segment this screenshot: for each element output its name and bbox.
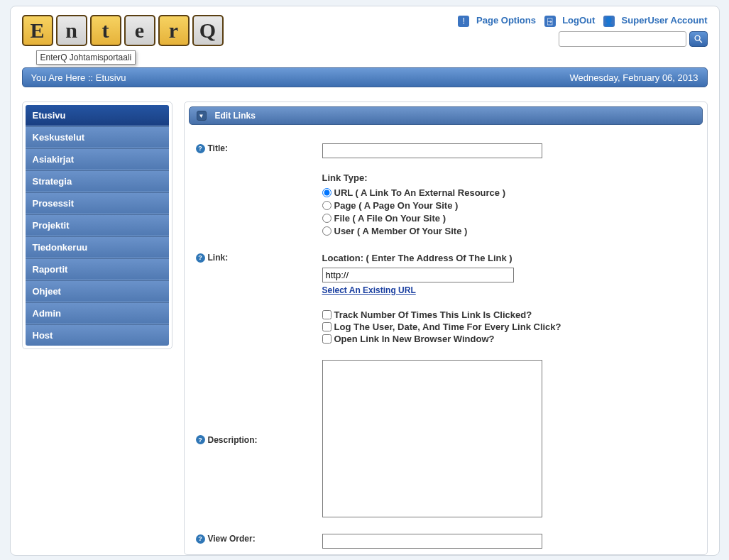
header-row: E n t e r Q EnterQ Johtamisportaali ! Pa…	[22, 15, 708, 65]
linktype-option: URL ( A Link To An External Resource )	[322, 187, 696, 198]
description-textarea[interactable]	[322, 360, 542, 517]
user-icon: 👤	[603, 16, 615, 27]
collapse-toggle[interactable]: ▼	[197, 111, 207, 121]
page-options-icon: !	[458, 16, 469, 27]
help-icon[interactable]: ?	[196, 534, 205, 544]
page-options-link[interactable]: Page Options	[476, 15, 536, 26]
search-icon	[694, 34, 703, 44]
logo[interactable]: E n t e r Q	[22, 15, 224, 46]
logout-link[interactable]: LogOut	[562, 15, 595, 26]
row-link: ? Link: Location: ( Enter The Address Of…	[196, 253, 696, 346]
breadcrumb-bar: You Are Here :: Etusivu Wednesday, Febru…	[22, 67, 708, 87]
page-wrapper: E n t e r Q EnterQ Johtamisportaali ! Pa…	[10, 6, 720, 556]
linktype-label-text: File ( A File On Your Site )	[334, 213, 446, 224]
breadcrumb: You Are Here :: Etusivu	[31, 72, 126, 83]
logo-letter: E	[22, 15, 53, 46]
help-icon[interactable]: ?	[196, 435, 205, 444]
linktype-label-text: URL ( A Link To An External Resource )	[334, 187, 506, 198]
breadcrumb-prefix: You Are Here ::	[31, 72, 96, 83]
logo-block: E n t e r Q EnterQ Johtamisportaali	[22, 15, 224, 65]
linktype-radio[interactable]	[322, 188, 331, 197]
search-input[interactable]	[559, 31, 686, 47]
sidebar-item[interactable]: Keskustelut	[26, 126, 169, 148]
title-input[interactable]	[322, 143, 542, 158]
location-input[interactable]	[322, 268, 514, 282]
row-vieworder: ? View Order:	[196, 534, 696, 549]
new-window-label: Open Link In New Browser Window?	[334, 334, 495, 344]
logo-letter: n	[56, 15, 87, 46]
search-button[interactable]	[689, 31, 708, 47]
form-area: ? Title: Link Type: URL ( A Link To An E…	[189, 125, 703, 554]
sidebar-item[interactable]: Projektit	[26, 214, 169, 236]
vieworder-label: View Order:	[208, 534, 256, 544]
panel-header: ▼ Edit Links	[189, 106, 703, 125]
svg-line-1	[699, 40, 702, 43]
sidebar-item[interactable]: Raportit	[26, 258, 169, 280]
logo-letter: Q	[192, 15, 224, 46]
title-label: Title:	[208, 143, 228, 153]
linktype-radio[interactable]	[322, 226, 331, 236]
linktype-option: Page ( A Page On Your Site )	[322, 200, 696, 211]
content-panel: ▼ Edit Links ? Title: Link Type:	[184, 101, 708, 555]
logo-letter: e	[124, 15, 155, 46]
linktype-radio[interactable]	[322, 214, 331, 223]
svg-point-0	[695, 35, 700, 40]
sidebar-item[interactable]: Ohjeet	[26, 280, 169, 302]
vieworder-input[interactable]	[322, 534, 542, 549]
linktype-label-text: User ( A Member Of Your Site )	[334, 226, 468, 236]
main-columns: EtusivuKeskustelutAsiakirjatStrategiaPro…	[22, 101, 708, 555]
linktype-option: User ( A Member Of Your Site )	[322, 226, 696, 236]
location-label: Location: ( Enter The Address Of The Lin…	[322, 253, 696, 263]
top-links: ! Page Options ⍈ LogOut 👤 SuperUser Acco…	[452, 15, 707, 47]
logo-letter: t	[90, 15, 121, 46]
track-clicks-label: Track Number Of Times This Link Is Click…	[334, 309, 532, 320]
sidebar-item[interactable]: Asiakirjat	[26, 148, 169, 170]
track-clicks-checkbox[interactable]	[322, 310, 331, 319]
sidebar-item[interactable]: Etusivu	[26, 105, 169, 126]
log-clicks-label: Log The User, Date, And Time For Every L…	[334, 322, 561, 332]
row-description: ? Description:	[196, 360, 696, 520]
link-label: Link:	[208, 253, 229, 263]
select-existing-url-link[interactable]: Select An Existing URL	[322, 285, 416, 295]
linktype-label-text: Page ( A Page On Your Site )	[334, 200, 459, 211]
new-window-checkbox[interactable]	[322, 334, 331, 344]
account-link[interactable]: SuperUser Account	[622, 15, 708, 26]
linktype-label: Link Type:	[322, 172, 696, 183]
logout-icon: ⍈	[544, 16, 556, 27]
panel-title: Edit Links	[215, 111, 256, 121]
current-date: Wednesday, February 06, 2013	[570, 72, 698, 83]
sidebar-item[interactable]: Tiedonkeruu	[26, 236, 169, 258]
help-icon[interactable]: ?	[196, 144, 205, 153]
row-title: ? Title:	[196, 143, 696, 158]
help-icon[interactable]: ?	[196, 253, 205, 263]
sidebar-item[interactable]: Strategia	[26, 170, 169, 192]
sidebar-item[interactable]: Host	[26, 324, 169, 346]
sidebar-item[interactable]: Admin	[26, 302, 169, 324]
row-linktype: Link Type: URL ( A Link To An External R…	[196, 172, 696, 238]
breadcrumb-current[interactable]: Etusivu	[96, 72, 126, 83]
search-wrap	[452, 31, 707, 47]
sidebar: EtusivuKeskustelutAsiakirjatStrategiaPro…	[22, 101, 172, 349]
linktype-option: File ( A File On Your Site )	[322, 213, 696, 224]
logo-letter: r	[158, 15, 190, 46]
linktype-radio[interactable]	[322, 201, 331, 210]
log-clicks-checkbox[interactable]	[322, 322, 331, 331]
sidebar-item[interactable]: Prosessit	[26, 192, 169, 214]
description-label: Description:	[208, 435, 258, 445]
logo-tooltip: EnterQ Johtamisportaali	[36, 50, 136, 65]
